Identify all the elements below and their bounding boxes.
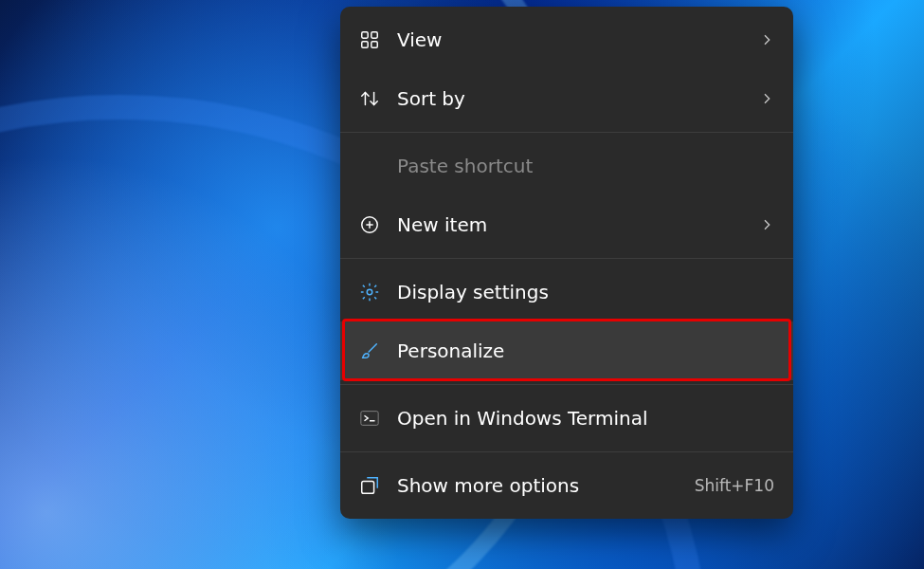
divider <box>340 132 793 133</box>
svg-rect-0 <box>362 32 368 38</box>
chevron-right-icon <box>759 217 774 232</box>
view-grid-icon <box>357 28 382 52</box>
chevron-right-icon <box>759 32 774 47</box>
menu-item-open-terminal-label: Open in Windows Terminal <box>397 407 774 430</box>
menu-item-show-more-shortcut: Shift+F10 <box>695 476 774 495</box>
terminal-icon <box>357 406 382 431</box>
svg-rect-12 <box>362 481 374 493</box>
divider <box>340 451 793 452</box>
blank-icon <box>357 154 382 178</box>
menu-item-new-item[interactable]: New item <box>340 195 793 254</box>
desktop-context-menu: View Sort by Paste shortcut <box>340 7 793 519</box>
brush-icon <box>357 339 382 363</box>
sort-icon <box>357 86 382 111</box>
menu-item-sort-by-label: Sort by <box>397 87 759 110</box>
menu-item-display-settings-label: Display settings <box>397 281 774 303</box>
divider <box>340 258 793 259</box>
menu-item-paste-shortcut-label: Paste shortcut <box>397 155 774 177</box>
chevron-right-icon <box>759 91 774 106</box>
menu-item-show-more[interactable]: Show more options Shift+F10 <box>340 456 793 515</box>
menu-item-new-item-label: New item <box>397 213 759 236</box>
divider <box>340 384 793 385</box>
settings-gear-icon <box>357 280 382 304</box>
menu-item-display-settings[interactable]: Display settings <box>340 263 793 321</box>
menu-item-personalize[interactable]: Personalize <box>340 321 793 380</box>
menu-item-view[interactable]: View <box>340 10 793 69</box>
svg-rect-3 <box>371 42 377 47</box>
menu-item-paste-shortcut: Paste shortcut <box>340 137 793 195</box>
expand-menu-icon <box>357 473 382 498</box>
menu-item-show-more-label: Show more options <box>397 474 695 497</box>
svg-rect-2 <box>362 42 368 47</box>
plus-circle-icon <box>357 212 382 237</box>
menu-item-open-terminal[interactable]: Open in Windows Terminal <box>340 389 793 448</box>
svg-rect-10 <box>361 412 378 426</box>
menu-item-view-label: View <box>397 28 759 51</box>
svg-point-9 <box>367 289 372 295</box>
menu-item-sort-by[interactable]: Sort by <box>340 69 793 128</box>
menu-item-personalize-label: Personalize <box>397 340 774 362</box>
svg-rect-1 <box>371 32 377 38</box>
